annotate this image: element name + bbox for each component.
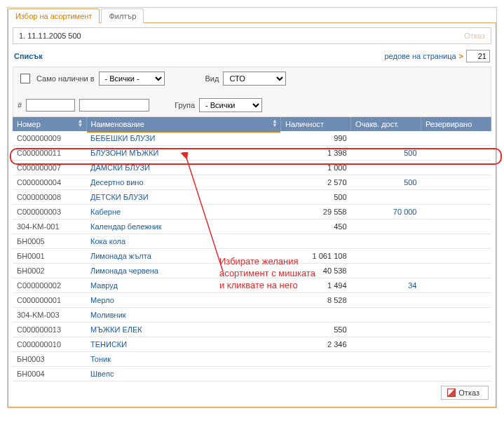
cell-res [421, 337, 491, 352]
cell-avail: 2 570 [281, 175, 351, 190]
cell-name: Кока кола [86, 234, 281, 249]
assortment-panel: Избор на асортимент Филтър 1. 11.11.2005… [7, 7, 497, 408]
rows-per-page-input[interactable] [466, 50, 490, 62]
cell-res [421, 146, 491, 161]
cell-code: БН0004 [13, 367, 86, 382]
col-header-code[interactable]: Номер▲▼ [13, 117, 86, 131]
table-row[interactable]: БН0005Кока кола [13, 234, 491, 249]
only-available-label: Само налични в [36, 74, 95, 83]
cell-res [421, 131, 491, 146]
cell-avail: 29 558 [281, 205, 351, 220]
arrow-right-icon: > [459, 52, 463, 60]
table-row[interactable]: C000000010ТЕНИСКИ2 346 [13, 337, 491, 352]
table-row[interactable]: 304-KM-003Моливник [13, 308, 491, 323]
sort-icon: ▲▼ [78, 119, 83, 128]
cell-avail [281, 367, 351, 382]
cell-name: ДАМСКИ БЛУЗИ [86, 161, 281, 175]
rows-per-page-label: редове на страница [384, 52, 456, 60]
cell-avail: 550 [281, 323, 351, 337]
cell-expect: 34 [351, 278, 421, 293]
only-available-checkbox[interactable] [20, 74, 30, 83]
cell-code: БН0003 [13, 352, 86, 367]
col-header-res[interactable]: Резервирано [421, 117, 491, 131]
cell-expect [351, 249, 421, 264]
cell-expect: 500 [351, 146, 421, 161]
cell-name: Тоник [86, 352, 281, 367]
list-title: Списък [14, 52, 43, 60]
table-row[interactable]: БН0001Лимонада жълта1 061 108 [13, 249, 491, 264]
title-bar: 1. 11.11.2005 500 Отказ [13, 27, 491, 44]
cell-code: БН0002 [13, 264, 86, 278]
table-row[interactable]: БН0003Тоник [13, 352, 491, 367]
code-filter-input[interactable] [26, 99, 75, 112]
tab-choose[interactable]: Избор на асортимент [8, 8, 100, 23]
table-row[interactable]: C000000013МЪЖКИ ЕЛЕК550 [13, 323, 491, 337]
grid-wrapper: Номер▲▼ Наименование▲▼ Наличност Очакв. … [13, 117, 491, 382]
table-row[interactable]: БН0002Лимонада червена40 538 [13, 264, 491, 278]
cell-res [421, 323, 491, 337]
col-header-avail[interactable]: Наличност [281, 117, 351, 131]
cell-avail: 2 346 [281, 337, 351, 352]
cell-code: C000000008 [13, 190, 86, 205]
cell-res [421, 278, 491, 293]
cell-avail: 1 000 [281, 161, 351, 175]
cell-name: ТЕНИСКИ [86, 337, 281, 352]
col-header-expect[interactable]: Очакв. дост. [351, 117, 421, 131]
cell-expect [351, 367, 421, 382]
table-row[interactable]: C000000003Каберне29 55870 000 [13, 205, 491, 220]
table-row[interactable]: C000000001Мерло8 528 [13, 293, 491, 308]
cell-code: C000000010 [13, 337, 86, 352]
cell-avail: 8 528 [281, 293, 351, 308]
group-select[interactable]: - Всички - [199, 98, 262, 112]
table-row[interactable]: 304-KM-001Календар бележник450 [13, 220, 491, 234]
cell-avail: 1 494 [281, 278, 351, 293]
cell-expect [351, 293, 421, 308]
group-label: Група [175, 101, 195, 109]
cell-expect: 70 000 [351, 205, 421, 220]
cell-avail: 40 538 [281, 264, 351, 278]
type-select[interactable]: СТО [223, 72, 286, 86]
name-filter-input[interactable] [79, 99, 149, 112]
table-row[interactable]: C000000004Десертно вино2 570500 [13, 175, 491, 190]
cell-code: C000000002 [13, 278, 86, 293]
cell-res [421, 190, 491, 205]
cell-code: C000000004 [13, 175, 86, 190]
cell-res [421, 264, 491, 278]
table-row[interactable]: C000000008ДЕТСКИ БЛУЗИ500 [13, 190, 491, 205]
cell-expect: 500 [351, 175, 421, 190]
table-row[interactable]: C000000009БЕБЕШКИ БЛУЗИ990 [13, 131, 491, 146]
cell-name: Мавруд [86, 278, 281, 293]
cell-res [421, 220, 491, 234]
table-row[interactable]: C000000011БЛУЗОНИ МЪЖКИ1 398500 [13, 146, 491, 161]
cell-expect [351, 234, 421, 249]
table-row[interactable]: БН0004Швепс [13, 367, 491, 382]
cell-res [421, 161, 491, 175]
cell-code: C000000001 [13, 293, 86, 308]
col-header-name[interactable]: Наименование▲▼ [86, 117, 281, 131]
cell-res [421, 205, 491, 220]
cancel-button[interactable]: Отказ [441, 386, 489, 400]
cell-expect [351, 323, 421, 337]
cell-expect [351, 131, 421, 146]
tab-strip: Избор на асортимент Филтър [8, 8, 496, 23]
hash-label: # [18, 101, 22, 109]
cell-code: C000000007 [13, 161, 86, 175]
cell-name: Мерло [86, 293, 281, 308]
tab-filter[interactable]: Филтър [101, 8, 144, 23]
only-available-select[interactable]: - Всички - [99, 72, 165, 86]
cell-res [421, 175, 491, 190]
table-row[interactable]: C000000002Мавруд1 49434 [13, 278, 491, 293]
title-text: 1. 11.11.2005 500 [19, 32, 81, 40]
cell-avail [281, 234, 351, 249]
cell-avail [281, 352, 351, 367]
sort-icon: ▲▼ [272, 119, 278, 128]
cell-code: БН0005 [13, 234, 86, 249]
cancel-link-top[interactable]: Отказ [461, 32, 485, 40]
cell-avail: 450 [281, 220, 351, 234]
cell-expect [351, 337, 421, 352]
cancel-icon [447, 389, 456, 397]
cell-code: C000000013 [13, 323, 86, 337]
table-row[interactable]: C000000007ДАМСКИ БЛУЗИ1 000 [13, 161, 491, 175]
cell-name: БЛУЗОНИ МЪЖКИ [86, 146, 281, 161]
cell-res [421, 249, 491, 264]
